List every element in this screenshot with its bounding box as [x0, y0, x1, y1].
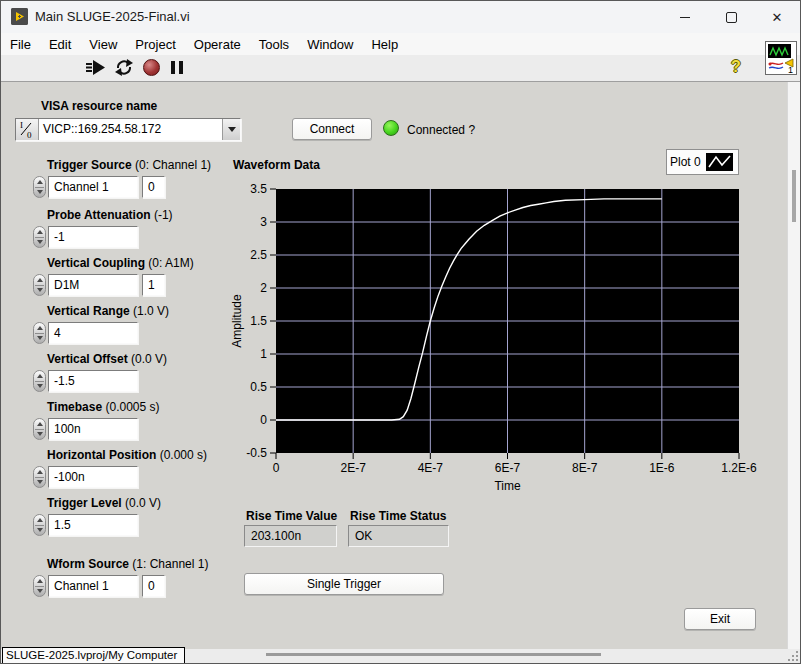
decrement-icon[interactable] — [37, 528, 43, 532]
y-tick-label: 0 — [260, 413, 267, 427]
exit-button[interactable]: Exit — [684, 608, 756, 630]
vi-badge-number: 1 — [788, 65, 793, 74]
aux-field-vertical-coupling[interactable]: 1 — [142, 274, 165, 296]
close-button[interactable]: ✕ — [754, 1, 800, 33]
increment-icon[interactable] — [37, 470, 43, 474]
increment-icon[interactable] — [37, 278, 43, 282]
io-glyph-icon: I 0 — [16, 119, 39, 140]
run-button[interactable] — [84, 58, 108, 76]
x-tick-label: 0 — [273, 461, 280, 475]
connect-button[interactable]: Connect — [292, 118, 372, 140]
spinner-vertical-offset[interactable] — [33, 370, 46, 392]
abort-icon — [143, 59, 160, 76]
plot-legend[interactable]: Plot 0 — [666, 149, 739, 175]
labview-window: Main SLUGE-2025-Final.vi ✕ FileEditViewP… — [0, 0, 801, 664]
spinner-timebase[interactable] — [33, 418, 46, 440]
y-tick-label: 1 — [260, 347, 267, 361]
decrement-icon[interactable] — [37, 288, 43, 292]
chevron-down-icon — [228, 127, 236, 132]
menu-item-file[interactable]: File — [1, 37, 40, 52]
increment-icon[interactable] — [37, 180, 43, 184]
minimize-button[interactable] — [662, 1, 708, 33]
menu-item-view[interactable]: View — [80, 37, 126, 52]
svg-text:I: I — [20, 120, 23, 130]
run-continuously-icon — [114, 59, 134, 76]
window-title: Main SLUGE-2025-Final.vi — [35, 9, 190, 24]
field-horizontal-position[interactable]: -100n — [48, 466, 138, 488]
project-context-label: SLUGE-2025.lvproj/My Computer — [2, 647, 185, 664]
spinner-vertical-range[interactable] — [33, 322, 46, 344]
rise-time-status-label: Rise Time Status — [350, 509, 446, 523]
vertical-scrollbar[interactable] — [787, 82, 800, 649]
spinner-vertical-coupling[interactable] — [33, 274, 46, 296]
waveform-graph: -0.500.511.522.533.502E-74E-76E-78E-71E-… — [231, 176, 779, 506]
horizontal-scrollbar-thumb[interactable] — [266, 653, 601, 656]
decrement-icon[interactable] — [37, 190, 43, 194]
menu-item-edit[interactable]: Edit — [40, 37, 80, 52]
field-vertical-range[interactable]: 4 — [48, 322, 138, 344]
field-vertical-offset[interactable]: -1.5 — [48, 370, 138, 392]
decrement-icon[interactable] — [37, 384, 43, 388]
increment-icon[interactable] — [37, 326, 43, 330]
decrement-icon[interactable] — [37, 336, 43, 340]
menu-item-window[interactable]: Window — [298, 37, 362, 52]
control-label-timebase: Timebase (0.0005 s) — [47, 400, 160, 414]
waveform-graph-title: Waveform Data — [233, 158, 320, 172]
decrement-icon[interactable] — [37, 480, 43, 484]
decrement-icon[interactable] — [37, 589, 43, 593]
rise-time-status-indicator: OK — [348, 525, 449, 547]
abort-button[interactable] — [141, 58, 161, 76]
aux-field-trigger-source[interactable]: 0 — [142, 176, 165, 198]
spinner-horizontal-position[interactable] — [33, 466, 46, 488]
decrement-icon[interactable] — [37, 240, 43, 244]
visa-resource-value[interactable]: VICP::169.254.58.172 — [39, 119, 222, 140]
increment-icon[interactable] — [37, 374, 43, 378]
combo-dropdown-button[interactable] — [222, 119, 240, 140]
resize-grip[interactable] — [787, 650, 798, 661]
y-tick-label: 3.5 — [250, 182, 267, 196]
control-label-trigger-level: Trigger Level (0.0 V) — [47, 496, 161, 510]
field-vertical-coupling[interactable]: D1M — [48, 274, 138, 296]
increment-icon[interactable] — [37, 422, 43, 426]
context-help-button[interactable]: ? — [728, 58, 744, 76]
plot-legend-label: Plot 0 — [670, 155, 701, 169]
increment-icon[interactable] — [37, 230, 43, 234]
maximize-button[interactable] — [708, 1, 754, 33]
connected-led-label: Connected ? — [407, 123, 475, 137]
aux-field-wform-source[interactable]: 0 — [142, 575, 165, 597]
y-tick-label: 3 — [260, 215, 267, 229]
field-timebase[interactable]: 100n — [48, 418, 138, 440]
menu-item-project[interactable]: Project — [126, 37, 184, 52]
menu-bar: FileEditViewProjectOperateToolsWindowHel… — [1, 33, 800, 56]
vertical-scrollbar-thumb[interactable] — [792, 170, 796, 222]
field-trigger-source[interactable]: Channel 1 — [48, 176, 138, 198]
visa-resource-combo[interactable]: I 0 VICP::169.254.58.172 — [15, 118, 241, 141]
menu-item-tools[interactable]: Tools — [250, 37, 298, 52]
single-trigger-button[interactable]: Single Trigger — [244, 573, 444, 595]
control-label-vertical-coupling: Vertical Coupling (0: A1M) — [47, 256, 194, 270]
menu-item-help[interactable]: Help — [362, 37, 407, 52]
spinner-wform-source[interactable] — [33, 575, 46, 597]
control-label-wform-source: Wform Source (1: Channel 1) — [47, 557, 208, 571]
spinner-trigger-source[interactable] — [33, 176, 46, 198]
increment-icon[interactable] — [37, 579, 43, 583]
visa-resource-label: VISA resource name — [41, 99, 157, 113]
field-wform-source[interactable]: Channel 1 — [48, 575, 138, 597]
control-label-vertical-range: Vertical Range (1.0 V) — [47, 304, 169, 318]
decrement-icon[interactable] — [37, 432, 43, 436]
y-tick-label: 0.5 — [250, 380, 267, 394]
control-label-vertical-offset: Vertical Offset (0.0 V) — [47, 352, 167, 366]
y-axis-label: Amplitude — [231, 294, 244, 348]
field-trigger-level[interactable]: 1.5 — [48, 514, 138, 536]
field-probe-attenuation[interactable]: -1 — [48, 226, 138, 248]
run-continuously-button[interactable] — [112, 58, 136, 76]
close-icon: ✕ — [772, 11, 783, 24]
y-tick-label: -0.5 — [246, 446, 267, 460]
increment-icon[interactable] — [37, 518, 43, 522]
labview-app-icon — [11, 8, 28, 25]
menu-item-operate[interactable]: Operate — [185, 37, 250, 52]
pause-button[interactable] — [169, 58, 185, 76]
spinner-trigger-level[interactable] — [33, 514, 46, 536]
vi-thumbnail-icon[interactable]: 1 — [765, 41, 797, 75]
spinner-probe-attenuation[interactable] — [33, 226, 46, 248]
